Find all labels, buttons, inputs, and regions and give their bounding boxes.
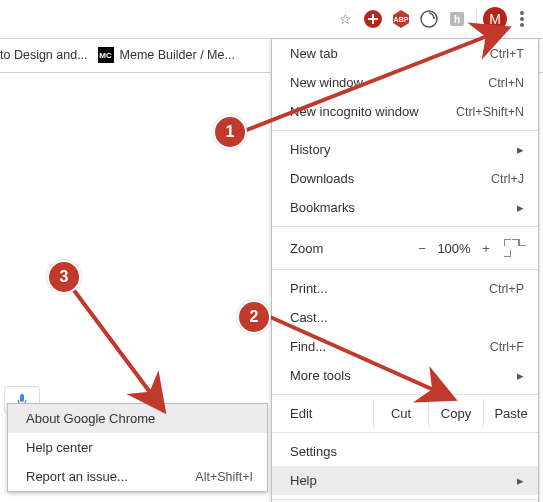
zoom-out-button[interactable]: − bbox=[410, 241, 434, 256]
chevron-right-icon: ▸ bbox=[517, 473, 524, 488]
menu-separator bbox=[272, 130, 538, 131]
menu-find[interactable]: Find...Ctrl+F bbox=[272, 332, 538, 361]
menu-print[interactable]: Print...Ctrl+P bbox=[272, 274, 538, 303]
chevron-right-icon: ▸ bbox=[517, 368, 524, 383]
svg-line-19 bbox=[70, 285, 164, 411]
svg-text:h: h bbox=[454, 14, 460, 25]
profile-avatar[interactable]: M bbox=[483, 7, 507, 31]
toolbar-separator bbox=[476, 9, 477, 29]
menu-zoom-row: Zoom − 100% + bbox=[272, 231, 538, 265]
cut-button[interactable]: Cut bbox=[373, 399, 428, 428]
menu-cast[interactable]: Cast... bbox=[272, 303, 538, 332]
bookmark-item[interactable]: to Design and... bbox=[0, 48, 88, 62]
menu-more-tools[interactable]: More tools▸ bbox=[272, 361, 538, 390]
menu-new-window[interactable]: New windowCtrl+N bbox=[272, 68, 538, 97]
help-submenu: About Google Chrome Help center Report a… bbox=[7, 403, 268, 492]
menu-separator bbox=[272, 269, 538, 270]
menu-separator bbox=[272, 394, 538, 395]
menu-incognito[interactable]: New incognito windowCtrl+Shift+N bbox=[272, 97, 538, 126]
menu-new-tab[interactable]: New tabCtrl+T bbox=[272, 39, 538, 68]
browser-toolbar: ☆ ABP h M bbox=[0, 0, 543, 39]
menu-separator bbox=[272, 432, 538, 433]
submenu-help-center[interactable]: Help center bbox=[8, 433, 267, 462]
fullscreen-icon[interactable] bbox=[504, 239, 526, 257]
svg-text:ABP: ABP bbox=[394, 16, 409, 23]
edit-label: Edit bbox=[290, 406, 373, 421]
zoom-label: Zoom bbox=[290, 241, 410, 256]
menu-history[interactable]: History▸ bbox=[272, 135, 538, 164]
submenu-about-chrome[interactable]: About Google Chrome bbox=[8, 404, 267, 433]
menu-edit-row: Edit Cut Copy Paste bbox=[272, 399, 538, 428]
bookmark-favicon: MC bbox=[98, 47, 114, 63]
zoom-in-button[interactable]: + bbox=[474, 241, 498, 256]
bookmark-label: Meme Builder / Me... bbox=[120, 48, 235, 62]
abp-extension-icon[interactable]: ABP bbox=[388, 6, 414, 32]
bookmark-item[interactable]: MC Meme Builder / Me... bbox=[98, 47, 235, 63]
menu-downloads[interactable]: DownloadsCtrl+J bbox=[272, 164, 538, 193]
menu-separator bbox=[272, 226, 538, 227]
annotation-badge-3: 3 bbox=[47, 260, 81, 294]
annotation-badge-2: 2 bbox=[237, 300, 271, 334]
chevron-right-icon: ▸ bbox=[517, 200, 524, 215]
paste-button[interactable]: Paste bbox=[483, 399, 538, 428]
submenu-report-issue[interactable]: Report an issue...Alt+Shift+I bbox=[8, 462, 267, 491]
bookmark-star-icon[interactable]: ☆ bbox=[332, 6, 358, 32]
menu-bookmarks[interactable]: Bookmarks▸ bbox=[272, 193, 538, 222]
menu-separator bbox=[272, 499, 538, 500]
menu-settings[interactable]: Settings bbox=[272, 437, 538, 466]
svg-rect-2 bbox=[372, 14, 374, 24]
annotation-badge-1: 1 bbox=[213, 115, 247, 149]
svg-rect-8 bbox=[20, 394, 24, 402]
menu-help[interactable]: Help▸ bbox=[272, 466, 538, 495]
extension-icon-3[interactable] bbox=[416, 6, 442, 32]
chrome-menu-button[interactable] bbox=[509, 6, 535, 32]
zoom-percent: 100% bbox=[434, 241, 474, 256]
extension-icon-4[interactable]: h bbox=[444, 6, 470, 32]
chrome-main-menu: New tabCtrl+T New windowCtrl+N New incog… bbox=[271, 38, 539, 502]
copy-button[interactable]: Copy bbox=[428, 399, 483, 428]
chevron-right-icon: ▸ bbox=[517, 142, 524, 157]
extension-icon-1[interactable] bbox=[360, 6, 386, 32]
